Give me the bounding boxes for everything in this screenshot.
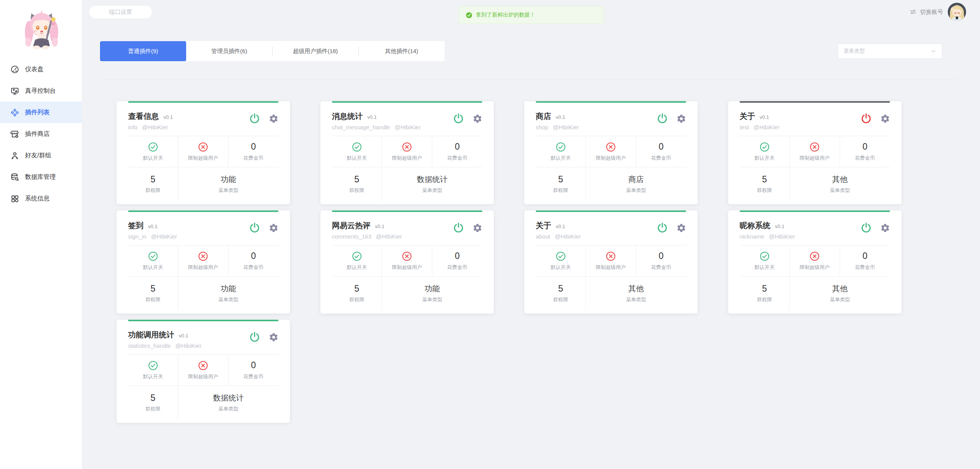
sidebar-item-database[interactable]: 数据库管理 [0,166,82,188]
console-icon [10,87,19,95]
plugin-module: info [128,124,137,130]
stat-label: 限制超级用户 [800,155,830,162]
plugin-title: 网易云热评 [332,220,370,231]
group-permission-value: 5 [558,174,563,185]
settings-gear-icon[interactable] [677,223,686,233]
sidebar-item-system-info[interactable]: 系统信息 [0,188,82,209]
plugin-author: @HibiKier [555,233,581,240]
sidebar-item-label: 插件商店 [25,130,50,138]
cost-gold-value: 0 [658,142,663,152]
stat-label: 群权限 [145,296,160,303]
tab-admin-plugins[interactable]: 管理员插件(6) [186,41,272,61]
sidebar-item-plugin-store[interactable]: 插件商店 [0,123,82,145]
settings-gear-icon[interactable] [880,114,890,124]
sidebar-item-friends-groups[interactable]: 好友/群组 [0,145,82,166]
stat-menu-type: 商店 菜单类型 [586,167,686,200]
check-circle-icon [760,251,770,261]
card-header: 关于 v0.1 test @HibiKier [740,103,890,136]
stat-group-permission: 5 群权限 [128,277,178,310]
power-toggle-icon[interactable] [860,222,872,234]
group-permission-value: 5 [354,284,359,294]
stat-menu-type: 其他 菜单类型 [790,277,890,310]
card-stats: 默认开关 限制超级用户 0 花费金币 [740,245,890,310]
cost-gold-value: 0 [251,360,256,371]
cost-gold-value: 0 [862,251,867,261]
plugin-version: v0.1 [375,224,385,229]
sidebar-item-label: 仪表盘 [25,65,43,73]
power-toggle-icon[interactable] [657,222,668,234]
tab-superuser-plugins[interactable]: 超级用户插件(18) [272,41,358,61]
card-actions [860,113,890,124]
stat-cost-gold: 0 花费金币 [840,245,890,276]
plugin-module: sign_in [128,233,147,240]
group-permission-value: 5 [150,174,155,185]
stat-limit-superuser: 限制超级用户 [790,245,840,276]
stat-label: 菜单类型 [218,296,238,303]
plugin-title: 查看信息 [128,111,159,122]
power-toggle-icon[interactable] [657,113,668,124]
stat-cost-gold: 0 花费金币 [432,136,482,167]
power-toggle-icon[interactable] [249,113,260,124]
settings-gear-icon[interactable] [269,114,278,124]
content: 普通插件(9) 管理员插件(6) 超级用户插件(18) 其他插件(14) 菜单类… [82,41,980,423]
stat-label: 群权限 [553,187,568,194]
settings-gear-icon[interactable] [473,223,482,233]
stat-limit-superuser: 限制超级用户 [178,136,228,167]
settings-gear-icon[interactable] [880,223,890,233]
x-circle-icon [810,251,820,261]
menu-type-select[interactable]: 菜单类型 [838,43,942,59]
stat-label: 限制超级用户 [188,373,218,380]
stat-cost-gold: 0 花费金币 [636,245,686,276]
sidebar-item-dashboard[interactable]: 仪表盘 [0,58,82,80]
content-divider [100,80,958,80]
stat-label: 花费金币 [855,155,875,162]
plugin-author: @HibiKier [769,233,795,240]
settings-gear-icon[interactable] [269,332,278,342]
stat-default-switch: 默认开关 [740,245,790,276]
stat-cost-gold: 0 花费金币 [228,136,278,167]
stat-menu-type: 数据统计 菜单类型 [382,167,482,200]
card-actions [860,222,890,234]
sidebar-item-console[interactable]: 真寻控制台 [0,80,82,102]
stat-label: 默认开关 [347,155,367,162]
plugin-version: v0.1 [367,114,377,120]
power-toggle-icon[interactable] [249,331,260,343]
x-circle-icon [198,251,208,261]
tab-other-plugins[interactable]: 其他插件(14) [358,41,445,61]
switch-account-button[interactable]: 切换账号 [909,8,943,16]
stat-label: 默认开关 [551,155,571,162]
power-toggle-icon[interactable] [860,113,872,124]
database-icon [10,173,19,182]
settings-gear-icon[interactable] [269,223,278,233]
card-actions [453,222,482,234]
port-settings-button[interactable]: 端口设置 [89,6,152,18]
system-grid-icon [10,194,19,203]
tab-normal-plugins[interactable]: 普通插件(9) [100,41,186,61]
stat-label: 默认开关 [755,155,775,162]
bot-logo-illustration [0,0,82,58]
stat-label: 花费金币 [447,155,467,162]
card-header-text: 商店 v0.1 shop @HibiKier [536,111,579,130]
plugin-card: 关于 v0.1 test @HibiKier [728,101,902,204]
toast-message: 拿到了新鲜出炉的数据！ [476,12,535,18]
plugin-version: v0.1 [163,114,173,120]
user-avatar[interactable] [948,3,966,21]
settings-gear-icon[interactable] [473,114,482,124]
stat-default-switch: 默认开关 [128,136,178,167]
stat-label: 默认开关 [347,264,367,271]
stat-limit-superuser: 限制超级用户 [178,245,228,276]
stat-group-permission: 5 群权限 [740,277,790,310]
stat-label: 限制超级用户 [392,155,422,162]
settings-gear-icon[interactable] [677,114,686,124]
sidebar-item-plugin-list[interactable]: 插件列表 [0,102,82,123]
card-header: 功能调用统计 v0.1 statistics_handle @HibiKier [128,321,278,354]
power-toggle-icon[interactable] [453,222,464,234]
stat-label: 菜单类型 [218,406,238,412]
success-toast: 拿到了新鲜出炉的数据！ [458,6,604,24]
power-toggle-icon[interactable] [249,222,260,234]
plugin-author: @HibiKier [142,124,168,130]
card-stats: 默认开关 限制超级用户 0 花费金币 [332,245,482,310]
plugin-title: 签到 [128,220,143,231]
plugins-icon [10,108,19,117]
power-toggle-icon[interactable] [453,113,464,124]
